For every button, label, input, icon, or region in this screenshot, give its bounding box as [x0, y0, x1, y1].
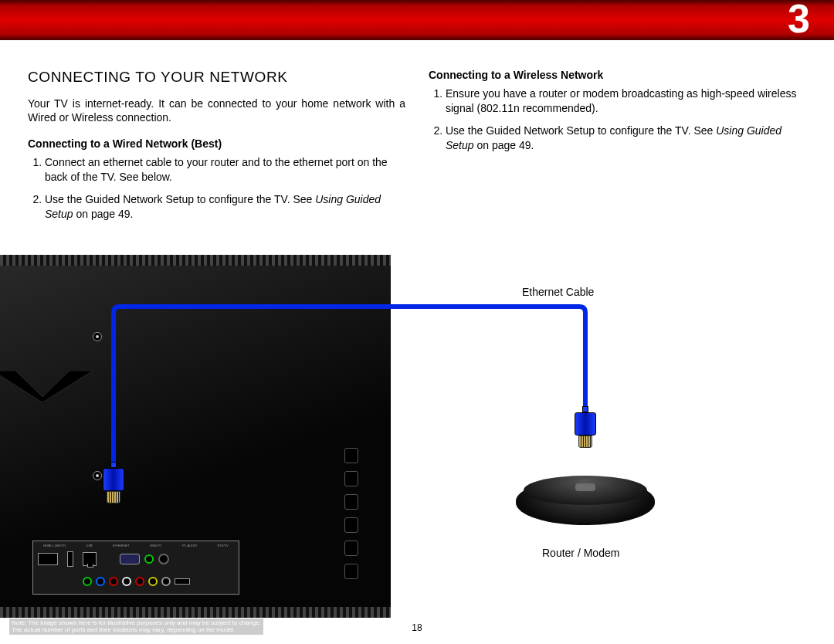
intro-paragraph: Your TV is internet-ready. It can be con…	[28, 97, 405, 124]
step-text: on page 49.	[474, 139, 534, 151]
chapter-header-bar: 3	[0, 0, 834, 40]
left-column: CONNECTING TO YOUR NETWORK Your TV is in…	[28, 68, 405, 229]
list-item: Connect an ethernet cable to your router…	[45, 155, 405, 185]
ethernet-plug-icon	[103, 462, 124, 497]
page-title: CONNECTING TO YOUR NETWORK	[28, 68, 405, 87]
page-number: 18	[0, 622, 834, 633]
ethernet-cable-label: Ethernet Cable	[522, 286, 594, 298]
connection-diagram: HDMI-1 (HDCP) USB ETHERNET RGB PC PC AUD…	[0, 255, 834, 644]
list-item: Ensure you have a router or modem broadc…	[446, 86, 806, 116]
list-item: Use the Guided Network Setup to configur…	[446, 124, 806, 153]
router-illustration	[516, 479, 655, 525]
ethernet-cable-line	[0, 255, 834, 641]
chapter-number: 3	[788, 0, 810, 42]
wired-steps: Connect an ethernet cable to your router…	[28, 155, 405, 222]
right-column: Connecting to a Wireless Network Ensure …	[429, 68, 806, 229]
router-modem-label: Router / Modem	[542, 547, 619, 559]
wireless-heading: Connecting to a Wireless Network	[429, 68, 806, 82]
text-columns: CONNECTING TO YOUR NETWORK Your TV is in…	[0, 40, 834, 229]
list-item: Use the Guided Network Setup to configur…	[45, 192, 405, 222]
router-logo-icon	[575, 483, 595, 491]
wireless-steps: Ensure you have a router or modem broadc…	[429, 86, 806, 153]
wired-heading: Connecting to a Wired Network (Best)	[28, 137, 405, 151]
ethernet-plug-icon	[575, 406, 596, 442]
step-text: Use the Guided Network Setup to configur…	[45, 193, 315, 205]
step-text: Use the Guided Network Setup to configur…	[446, 124, 716, 137]
step-text: on page 49.	[73, 208, 134, 220]
